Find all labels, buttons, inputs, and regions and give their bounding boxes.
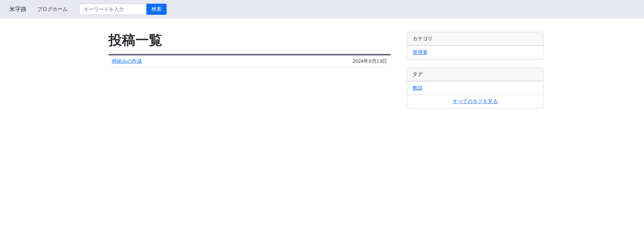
search-button[interactable]: 検索 xyxy=(146,4,167,15)
navbar-link-blog-home[interactable]: ブログホーム xyxy=(33,3,72,15)
table-row: 枠組みの作成 2024年9月13日 xyxy=(109,55,391,67)
all-tags-link[interactable]: すべてのタグを見る xyxy=(453,98,498,104)
list-item: 敷設 xyxy=(407,81,544,95)
content-container: 投稿一覧 枠組みの作成 2024年9月13日 カテゴリ 管理者 タ xyxy=(100,32,544,116)
navbar: 米字路 ブログホーム 検索 xyxy=(0,0,644,18)
category-link-admin[interactable]: 管理者 xyxy=(413,49,428,55)
search-form: 検索 xyxy=(79,4,167,15)
post-date-cell: 2024年9月13日 xyxy=(241,55,390,67)
list-item: すべてのタグを見る xyxy=(407,95,544,108)
categories-card: カテゴリ 管理者 xyxy=(407,32,544,59)
page-title: 投稿一覧 xyxy=(109,32,391,48)
posts-table: 枠組みの作成 2024年9月13日 xyxy=(109,54,391,67)
tags-header: タグ xyxy=(407,68,544,81)
navbar-brand[interactable]: 米字路 xyxy=(5,3,31,16)
post-title-cell: 枠組みの作成 xyxy=(109,55,242,67)
categories-header: カテゴリ xyxy=(407,32,544,46)
post-title-link[interactable]: 枠組みの作成 xyxy=(112,58,142,64)
main-column: 投稿一覧 枠組みの作成 2024年9月13日 xyxy=(104,32,395,116)
search-input[interactable] xyxy=(79,4,146,15)
sidebar-column: カテゴリ 管理者 タグ 敷設 すべてのタグを見る xyxy=(403,32,548,116)
tag-link[interactable]: 敷設 xyxy=(413,85,423,91)
tags-card: タグ 敷設 すべてのタグを見る xyxy=(407,67,544,108)
list-item: 管理者 xyxy=(407,46,544,59)
